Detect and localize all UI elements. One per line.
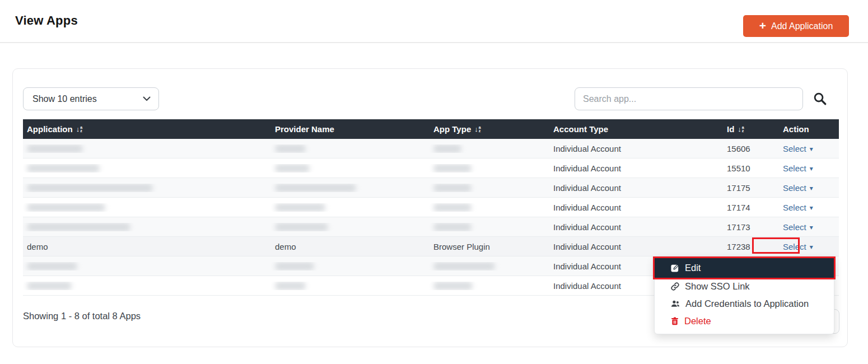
cell-account-type: Individual Account xyxy=(549,222,701,232)
redacted-text xyxy=(27,164,100,172)
row-select-dropdown[interactable]: Select▾ xyxy=(783,183,813,193)
cell-id: 17175 xyxy=(701,183,757,193)
cell-account-type: Individual Account xyxy=(549,242,701,251)
table-row[interactable]: Individual Account 17174 Select▾ xyxy=(23,198,839,217)
redacted-text xyxy=(433,223,472,231)
cell-id: 17173 xyxy=(701,222,757,232)
redacted-text xyxy=(433,203,472,212)
cell-app-type xyxy=(430,144,549,153)
row-select-dropdown[interactable]: Select▾ xyxy=(783,203,813,212)
menu-item-add-credentials[interactable]: Add Credentials to Application xyxy=(655,295,834,312)
sort-alpha-icon: ↓az xyxy=(738,125,744,133)
redacted-text xyxy=(275,164,310,172)
redacted-text xyxy=(433,144,461,153)
link-icon xyxy=(670,282,680,291)
row-select-dropdown[interactable]: Select▾ xyxy=(783,144,813,153)
entries-per-page-select[interactable]: Show 10 entries xyxy=(23,87,159,110)
users-icon xyxy=(670,299,680,309)
cell-app-type xyxy=(430,282,549,290)
table-row[interactable]: Individual Account 15606 Select▾ xyxy=(23,139,839,158)
menu-item-edit[interactable]: Edit xyxy=(655,258,834,278)
cell-provider-name xyxy=(271,282,430,290)
redacted-text xyxy=(433,282,473,290)
cell-application xyxy=(23,203,271,212)
redacted-text xyxy=(275,223,328,231)
table-header-row: Application ↓az Provider Name App Type ↓… xyxy=(23,119,839,139)
cell-application xyxy=(23,144,271,153)
menu-item-show-sso-link[interactable]: Show SSO Link xyxy=(655,278,834,295)
cell-app-type xyxy=(430,223,549,231)
search-input[interactable] xyxy=(575,87,803,110)
caret-down-icon: ▾ xyxy=(810,243,813,251)
cell-id: 17174 xyxy=(701,203,757,212)
caret-down-icon: ▾ xyxy=(810,223,813,231)
caret-down-icon: ▾ xyxy=(810,204,813,212)
row-select-dropdown[interactable]: Select▾ xyxy=(783,222,813,232)
redacted-text xyxy=(27,223,130,231)
redacted-text xyxy=(27,262,77,270)
redacted-text xyxy=(433,164,472,172)
cell-provider-name xyxy=(271,184,430,192)
cell-provider-name: demo xyxy=(271,242,430,251)
column-header-provider-name[interactable]: Provider Name xyxy=(271,124,430,134)
add-application-button[interactable]: + Add Application xyxy=(743,15,849,37)
top-bar: View Apps + Add Application xyxy=(0,0,868,43)
redacted-text xyxy=(433,262,495,270)
search-icon[interactable] xyxy=(813,91,827,106)
chevron-down-icon xyxy=(143,96,151,101)
redacted-text xyxy=(275,262,314,270)
column-header-account-type[interactable]: Account Type xyxy=(549,124,701,134)
table-row[interactable]: Individual Account 15510 Select▾ xyxy=(23,158,839,178)
column-header-id[interactable]: Id ↓az xyxy=(701,124,757,134)
trash-icon xyxy=(670,316,679,326)
plus-icon: + xyxy=(759,20,766,31)
row-select-dropdown[interactable]: Select▾ xyxy=(783,242,813,251)
cell-application xyxy=(23,282,271,290)
cell-account-type: Individual Account xyxy=(549,203,701,212)
pen-square-icon xyxy=(670,263,680,273)
add-application-label: Add Application xyxy=(771,21,833,31)
table-row[interactable]: demo demo Browser Plugin Individual Acco… xyxy=(23,237,839,256)
cell-id: 15606 xyxy=(701,144,757,153)
redacted-text xyxy=(275,203,325,212)
cell-account-type: Individual Account xyxy=(549,164,701,173)
redacted-text xyxy=(27,282,72,290)
cell-app-type xyxy=(430,164,549,172)
entries-per-page-value: Show 10 entries xyxy=(32,94,97,104)
cell-application xyxy=(23,223,271,231)
page-title: View Apps xyxy=(15,13,78,28)
cell-action: Select▾ xyxy=(757,222,839,232)
menu-item-delete[interactable]: Delete xyxy=(655,312,834,330)
cell-app-type xyxy=(430,262,549,270)
cell-application xyxy=(23,262,271,270)
results-summary: Showing 1 - 8 of total 8 Apps xyxy=(23,311,141,321)
cell-account-type: Individual Account xyxy=(549,144,701,153)
cell-account-type: Individual Account xyxy=(549,183,701,193)
cell-action: Select▾ xyxy=(757,144,839,153)
redacted-text xyxy=(27,144,83,153)
table-row[interactable]: Individual Account 17175 Select▾ xyxy=(23,178,839,198)
cell-provider-name xyxy=(271,144,430,153)
sort-alpha-icon: ↓az xyxy=(474,125,480,133)
cell-app-type xyxy=(430,203,549,212)
redacted-text xyxy=(433,184,472,192)
cell-application: demo xyxy=(23,242,271,251)
cell-application xyxy=(23,164,271,172)
select-action-menu: Edit Show SSO Link Add Credentials to Ap… xyxy=(654,256,834,334)
table-row[interactable]: Individual Account 17173 Select▾ xyxy=(23,217,839,237)
cell-id: 15510 xyxy=(701,164,757,173)
column-header-application[interactable]: Application ↓az xyxy=(23,124,271,134)
column-header-action: Action xyxy=(757,124,839,134)
cell-provider-name xyxy=(271,262,430,270)
cell-action: Select▾ xyxy=(757,183,839,193)
cell-action: Select▾ xyxy=(757,164,839,173)
redacted-text xyxy=(27,184,153,192)
cell-action: Select▾ xyxy=(757,242,839,251)
column-header-app-type[interactable]: App Type ↓az xyxy=(430,124,549,134)
row-select-dropdown[interactable]: Select▾ xyxy=(783,164,813,173)
redacted-text xyxy=(275,144,306,153)
cell-id: 17238 xyxy=(701,242,757,251)
caret-down-icon: ▾ xyxy=(810,184,813,192)
cell-action: Select▾ xyxy=(757,203,839,212)
cell-app-type xyxy=(430,184,549,192)
